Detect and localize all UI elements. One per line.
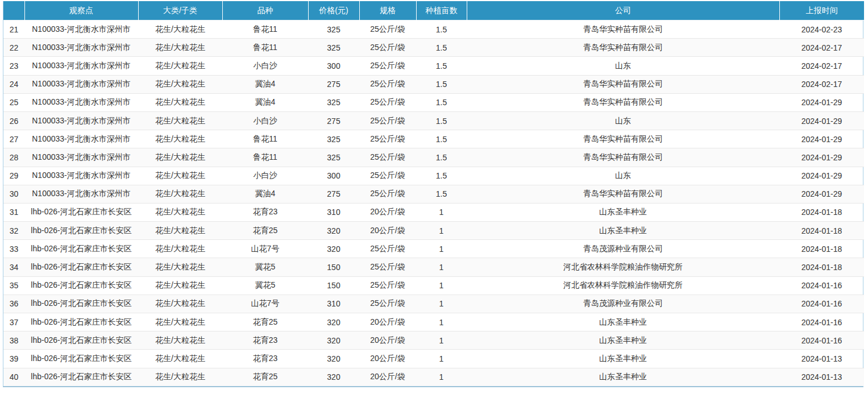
cell-spec: 20公斤/袋 [359, 203, 416, 221]
table-row[interactable]: 26N100033-河北衡水市深州市花生/大粒花生小白沙27525公斤/袋1.5… [3, 111, 864, 130]
cell-variety: 小白沙 [222, 57, 308, 75]
table-row[interactable]: 24N100033-河北衡水市深州市花生/大粒花生冀油427525公斤/袋1.5… [3, 75, 864, 93]
cell-date: 2024-01-18 [779, 203, 864, 221]
cell-price: 325 [308, 93, 359, 111]
cell-acreage: 1 [416, 295, 467, 313]
cell-acreage: 1 [416, 313, 467, 331]
cell-no: 25 [3, 93, 24, 111]
cell-spec: 25公斤/袋 [359, 276, 416, 295]
cell-point: lhb-026-河北石家庄市长安区 [24, 295, 138, 313]
cell-price: 320 [308, 350, 359, 368]
cell-variety: 花育23 [222, 331, 308, 350]
table-row[interactable]: 38lhb-026-河北石家庄市长安区花生/大粒花生花育2332020公斤/袋1… [3, 331, 864, 350]
cell-point: lhb-026-河北石家庄市长安区 [24, 276, 138, 295]
cell-no: 24 [3, 75, 24, 93]
cell-price: 275 [308, 185, 359, 203]
cell-no: 32 [3, 222, 24, 240]
cell-date: 2024-01-16 [779, 295, 864, 313]
cell-category: 花生/大粒花生 [138, 331, 222, 350]
cell-point: N100033-河北衡水市深州市 [24, 93, 138, 111]
cell-no: 36 [3, 295, 24, 313]
table-row[interactable]: 30N100033-河北衡水市深州市花生/大粒花生冀油427525公斤/袋1.5… [3, 185, 864, 203]
table-row[interactable]: 28N100033-河北衡水市深州市花生/大粒花生鲁花1132525公斤/袋1.… [3, 148, 864, 167]
cell-company: 青岛华实种苗有限公司 [467, 20, 779, 39]
table-row[interactable]: 25N100033-河北衡水市深州市花生/大粒花生冀油432525公斤/袋1.5… [3, 93, 864, 111]
col-header-company: 公司 [467, 1, 779, 20]
cell-variety: 花育25 [222, 222, 308, 240]
seed-price-table: 观察点 大类/子类 品种 价格(元) 规格 种植亩数 公司 上报时间 21N10… [3, 1, 864, 386]
table-row[interactable]: 22N100033-河北衡水市深州市花生/大粒花生鲁花1132525公斤/袋1.… [3, 39, 864, 57]
table-header: 观察点 大类/子类 品种 价格(元) 规格 种植亩数 公司 上报时间 [3, 1, 864, 20]
cell-date: 2024-01-13 [779, 350, 864, 368]
cell-variety: 冀花5 [222, 258, 308, 276]
cell-no: 22 [3, 39, 24, 57]
col-header-variety: 品种 [222, 1, 308, 20]
cell-acreage: 1.5 [416, 185, 467, 203]
cell-company: 山东 [467, 167, 779, 185]
table-row[interactable]: 35lhb-026-河北石家庄市长安区花生/大粒花生冀花515025公斤/袋1河… [3, 276, 864, 295]
table-row[interactable]: 36lhb-026-河北石家庄市长安区花生/大粒花生山花7号31025公斤/袋1… [3, 295, 864, 313]
cell-company: 山东 [467, 111, 779, 130]
table-row[interactable]: 32lhb-026-河北石家庄市长安区花生/大粒花生花育2532020公斤/袋1… [3, 222, 864, 240]
col-header-report-time: 上报时间 [779, 1, 864, 20]
cell-spec: 20公斤/袋 [359, 222, 416, 240]
table-row[interactable]: 33lhb-026-河北石家庄市长安区花生/大粒花生山花7号32025公斤/袋1… [3, 240, 864, 258]
cell-company: 青岛华实种苗有限公司 [467, 185, 779, 203]
cell-category: 花生/大粒花生 [138, 276, 222, 295]
cell-point: lhb-026-河北石家庄市长安区 [24, 240, 138, 258]
cell-variety: 鲁花11 [222, 148, 308, 167]
cell-variety: 鲁花11 [222, 130, 308, 148]
table-row[interactable]: 27N100033-河北衡水市深州市花生/大粒花生鲁花1132525公斤/袋1.… [3, 130, 864, 148]
cell-spec: 25公斤/袋 [359, 93, 416, 111]
table-row[interactable]: 34lhb-026-河北石家庄市长安区花生/大粒花生冀花515025公斤/袋1河… [3, 258, 864, 276]
cell-spec: 25公斤/袋 [359, 295, 416, 313]
cell-category: 花生/大粒花生 [138, 167, 222, 185]
col-header-index [3, 1, 24, 20]
cell-company: 河北省农林科学院粮油作物研究所 [467, 276, 779, 295]
cell-point: lhb-026-河北石家庄市长安区 [24, 313, 138, 331]
cell-variety: 鲁花11 [222, 39, 308, 57]
cell-category: 花生/大粒花生 [138, 203, 222, 221]
cell-company: 河北省农林科学院粮油作物研究所 [467, 258, 779, 276]
cell-point: N100033-河北衡水市深州市 [24, 57, 138, 75]
cell-no: 33 [3, 240, 24, 258]
table-row[interactable]: 29N100033-河北衡水市深州市花生/大粒花生小白沙30025公斤/袋1.5… [3, 167, 864, 185]
cell-date: 2024-02-17 [779, 39, 864, 57]
cell-no: 34 [3, 258, 24, 276]
cell-acreage: 1.5 [416, 130, 467, 148]
cell-date: 2024-01-16 [779, 313, 864, 331]
table-row[interactable]: 23N100033-河北衡水市深州市花生/大粒花生小白沙30025公斤/袋1.5… [3, 57, 864, 75]
cell-acreage: 1 [416, 222, 467, 240]
cell-point: N100033-河北衡水市深州市 [24, 148, 138, 167]
table-body: 21N100033-河北衡水市深州市花生/大粒花生鲁花1132525公斤/袋1.… [3, 20, 864, 387]
cell-spec: 25公斤/袋 [359, 57, 416, 75]
cell-variety: 山花7号 [222, 240, 308, 258]
table-row[interactable]: 40lhb-026-河北石家庄市长安区花生/大粒花生花育2532020公斤/袋1… [3, 368, 864, 386]
cell-date: 2024-01-29 [779, 167, 864, 185]
table-row[interactable]: 31lhb-026-河北石家庄市长安区花生/大粒花生花育2331020公斤/袋1… [3, 203, 864, 221]
table-row[interactable]: 21N100033-河北衡水市深州市花生/大粒花生鲁花1132525公斤/袋1.… [3, 20, 864, 39]
cell-category: 花生/大粒花生 [138, 222, 222, 240]
cell-acreage: 1.5 [416, 93, 467, 111]
cell-category: 花生/大粒花生 [138, 93, 222, 111]
cell-company: 青岛茂源种业有限公司 [467, 240, 779, 258]
cell-no: 28 [3, 148, 24, 167]
cell-acreage: 1.5 [416, 167, 467, 185]
cell-no: 38 [3, 331, 24, 350]
cell-price: 310 [308, 203, 359, 221]
cell-date: 2024-01-18 [779, 222, 864, 240]
cell-spec: 20公斤/袋 [359, 350, 416, 368]
cell-variety: 花育23 [222, 350, 308, 368]
cell-company: 山东圣丰种业 [467, 203, 779, 221]
cell-point: lhb-026-河北石家庄市长安区 [24, 368, 138, 386]
table-row[interactable]: 39lhb-026-河北石家庄市长安区花生/大粒花生花育2332020公斤/袋1… [3, 350, 864, 368]
cell-category: 花生/大粒花生 [138, 295, 222, 313]
cell-point: N100033-河北衡水市深州市 [24, 130, 138, 148]
table-row[interactable]: 37lhb-026-河北石家庄市长安区花生/大粒花生花育2532020公斤/袋1… [3, 313, 864, 331]
cell-date: 2024-01-16 [779, 276, 864, 295]
col-header-price: 价格(元) [308, 1, 359, 20]
col-header-spec: 规格 [359, 1, 416, 20]
cell-variety: 山花7号 [222, 295, 308, 313]
cell-no: 26 [3, 111, 24, 130]
cell-no: 27 [3, 130, 24, 148]
